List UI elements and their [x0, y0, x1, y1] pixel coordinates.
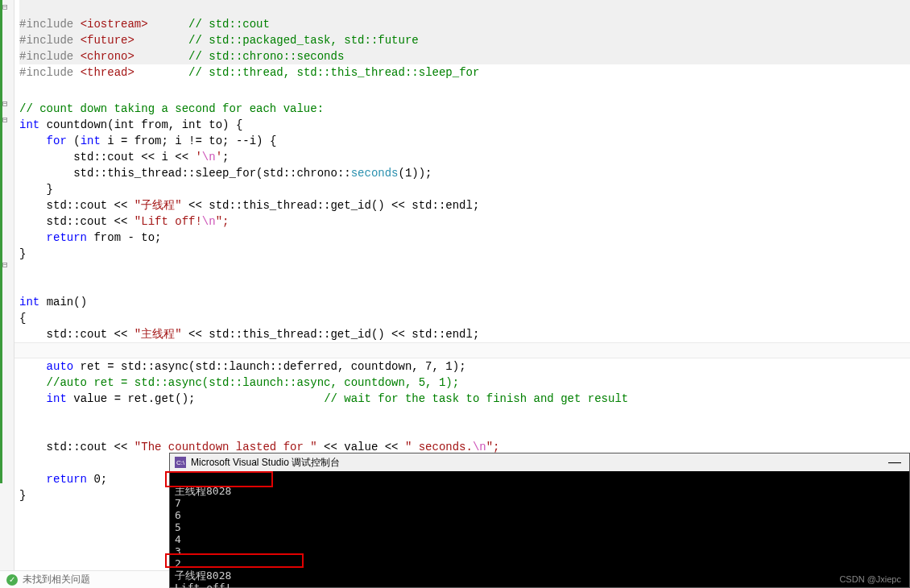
code-editor[interactable]: ⊟ ⊟ ⊟ ⊟ #include <iostream> // std::cout…: [0, 0, 910, 588]
console-output: 主线程8028 7 6 5 4 3 2 子线程8028 Lift off! Th…: [170, 471, 909, 588]
fold-icon[interactable]: ⊟: [2, 2, 8, 12]
code-body: // count down taking a second for each v…: [19, 85, 628, 503]
include-block: #include <iostream> // std::cout #includ…: [19, 0, 910, 64]
console-titlebar[interactable]: C:\ Microsoft Visual Studio 调试控制台 —: [170, 453, 909, 471]
minimize-icon[interactable]: —: [888, 455, 901, 470]
fold-icon[interactable]: ⊟: [2, 114, 8, 125]
debug-console-window[interactable]: C:\ Microsoft Visual Studio 调试控制台 — 主线程8…: [169, 453, 910, 588]
status-bar: ✓ 未找到相关问题: [0, 570, 169, 588]
console-title-text: Microsoft Visual Studio 调试控制台: [191, 456, 340, 470]
status-ok-icon: ✓: [6, 574, 18, 586]
status-text: 未找到相关问题: [23, 573, 90, 586]
console-app-icon: C:\: [175, 457, 186, 468]
watermark-text: CSDN @Jxiepc: [839, 574, 901, 584]
fold-icon[interactable]: ⊟: [2, 98, 8, 109]
fold-icon[interactable]: ⊟: [2, 259, 8, 270]
change-indicator: [0, 0, 2, 483]
